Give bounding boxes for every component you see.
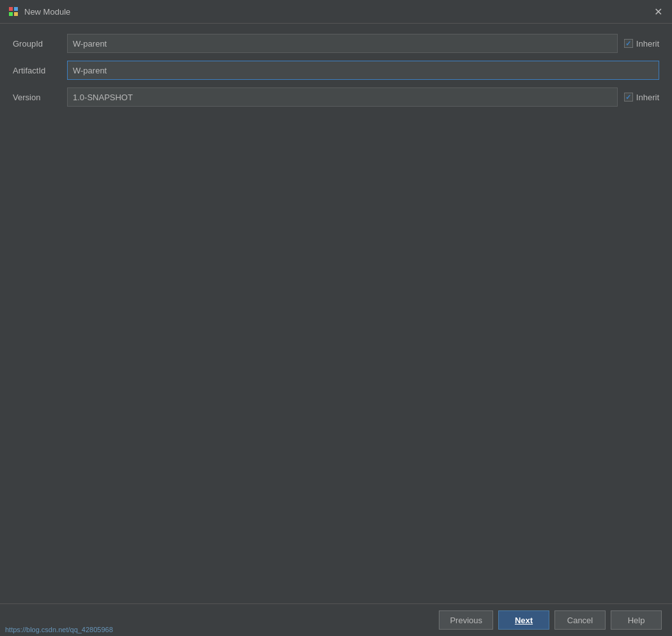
group-id-inherit-wrapper: Inherit [624,39,659,49]
svg-rect-0 [9,7,13,11]
close-button[interactable]: ✕ [652,5,664,18]
title-bar-left: New Module [8,6,70,17]
group-id-input[interactable] [67,34,618,53]
new-module-dialog: New Module ✕ GroupId Inherit ArtifactId [0,0,672,636]
next-button[interactable]: Next [498,610,549,630]
group-id-inherit-checkbox[interactable] [624,39,633,48]
svg-rect-1 [14,7,18,11]
content-spacer [13,114,659,593]
artifact-id-input[interactable] [67,61,659,80]
dialog-footer: https://blog.csdn.net/qq_42805968 Previo… [0,603,672,636]
svg-rect-3 [14,12,18,16]
group-id-label: GroupId [13,39,67,49]
version-inherit-label: Inherit [636,93,659,102]
svg-rect-2 [9,12,13,16]
version-inherit-wrapper: Inherit [624,93,659,102]
artifact-id-label: ArtifactId [13,66,67,75]
version-input-wrapper: Inherit [67,87,659,107]
artifact-id-row: ArtifactId [13,61,659,80]
version-label: Version [13,93,67,102]
version-row: Version Inherit [13,87,659,107]
cancel-button[interactable]: Cancel [554,610,606,630]
artifact-id-input-wrapper [67,61,659,80]
title-bar: New Module ✕ [0,0,672,24]
form-area: GroupId Inherit ArtifactId Version [0,24,672,603]
module-icon [8,6,19,17]
footer-url: https://blog.csdn.net/qq_42805968 [0,623,118,636]
version-inherit-checkbox[interactable] [624,93,633,102]
dialog-title: New Module [24,7,70,17]
version-input[interactable] [67,87,618,107]
help-button[interactable]: Help [611,610,662,630]
group-id-input-wrapper: Inherit [67,34,659,53]
previous-button[interactable]: Previous [439,610,493,630]
group-id-inherit-label: Inherit [636,39,659,49]
group-id-row: GroupId Inherit [13,34,659,53]
